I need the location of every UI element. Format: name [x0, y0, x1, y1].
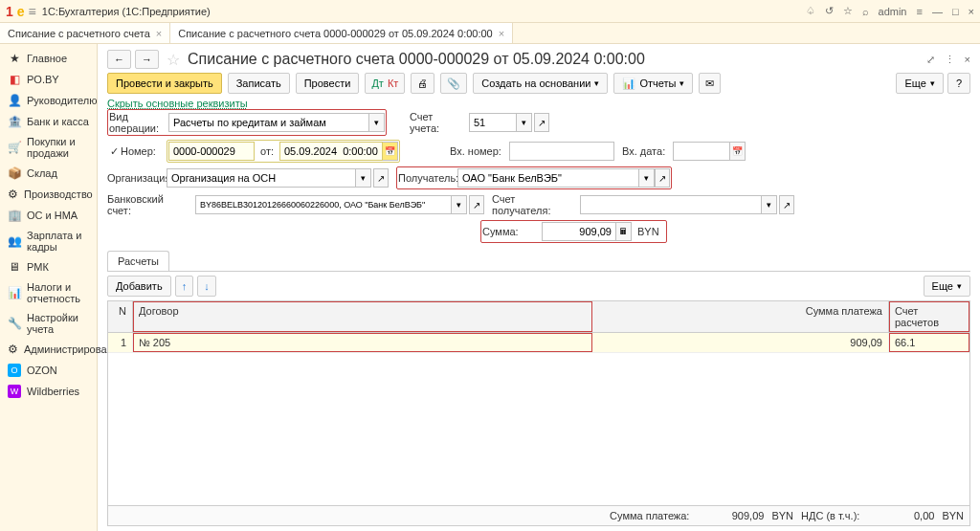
calendar-icon[interactable]: 📅	[383, 142, 398, 161]
account-open-icon[interactable]: ↗	[534, 113, 549, 132]
calc-icon[interactable]: 🖩	[616, 222, 632, 241]
sidebar-item-bank[interactable]: 🏦Банк и касса	[0, 111, 97, 132]
create-based-button[interactable]: Создать на основании ▾	[473, 73, 608, 94]
tab-label: Списание с расчетного счета	[8, 28, 150, 39]
history-icon[interactable]: ↺	[825, 5, 834, 17]
bank-open-icon[interactable]: ↗	[469, 195, 484, 214]
recipient-group: Получатель: ▾ ↗	[396, 166, 672, 189]
grid-more-button[interactable]: Еще ▾	[924, 276, 970, 297]
more-button[interactable]: Еще ▾	[896, 73, 943, 94]
nav-forward-button[interactable]: →	[135, 50, 159, 69]
number-input[interactable]	[168, 142, 255, 161]
sidebar-item-poby[interactable]: ◧PO.BY	[0, 69, 97, 90]
minimize-icon[interactable]: —	[932, 6, 943, 17]
help-button[interactable]: ?	[947, 73, 970, 94]
sidebar-item-warehouse[interactable]: 📦Склад	[0, 163, 97, 184]
cell-contract[interactable]: № 205	[133, 333, 592, 352]
op-type-group: Вид операции: ▾	[107, 109, 387, 136]
sidebar-item-tax[interactable]: 📊Налоги и отчетность	[0, 277, 97, 308]
print-icon[interactable]: 🖨	[411, 73, 434, 94]
user-label[interactable]: admin	[879, 6, 907, 17]
cart-icon: 🛒	[8, 141, 21, 154]
close-window-icon[interactable]: ×	[969, 6, 974, 17]
col-acc[interactable]: Счет расчетов	[889, 301, 969, 332]
rec-acc-dropdown-icon[interactable]: ▾	[762, 195, 777, 214]
bank-dropdown-icon[interactable]: ▾	[452, 195, 467, 214]
col-n[interactable]: N	[108, 301, 133, 332]
envelope-icon[interactable]: ✉	[699, 73, 721, 94]
submit-close-button[interactable]: Провести и закрыть	[107, 73, 222, 94]
close-page-icon[interactable]: ×	[965, 54, 970, 66]
org-input[interactable]	[167, 168, 356, 188]
maximize-icon[interactable]: □	[952, 6, 959, 17]
post-button[interactable]: Провести	[296, 73, 360, 94]
grid-toolbar: Добавить ↑ ↓ Еще ▾	[107, 272, 970, 300]
account-dropdown-icon[interactable]: ▾	[517, 113, 532, 132]
sidebar-item-ozon[interactable]: OOZON	[0, 360, 97, 381]
bell-icon[interactable]: ♤	[806, 5, 815, 17]
save-button[interactable]: Записать	[228, 73, 290, 94]
op-type-input[interactable]	[168, 113, 369, 132]
grid-row[interactable]: 1 № 205 909,09 66.1	[108, 333, 969, 353]
recipient-dropdown-icon[interactable]: ▾	[639, 168, 655, 188]
col-contract[interactable]: Договор	[133, 301, 592, 332]
ext-number-input[interactable]	[509, 142, 614, 161]
rec-acc-input[interactable]	[580, 195, 762, 214]
favorite-icon[interactable]: ☆	[843, 5, 853, 17]
sidebar-item-main[interactable]: ★Главное	[0, 48, 97, 69]
close-tab-icon[interactable]: ×	[499, 28, 504, 39]
number-label: Номер:	[121, 145, 167, 157]
close-tab-icon[interactable]: ×	[156, 28, 162, 39]
sidebar-item-sales[interactable]: 🛒Покупки и продажи	[0, 132, 97, 163]
move-down-icon[interactable]: ↓	[197, 276, 216, 297]
nav-back-button[interactable]: ←	[107, 50, 131, 69]
hide-main-link[interactable]: Скрыть основные реквизиты	[107, 98, 248, 109]
menu-icon[interactable]: ≡	[29, 4, 36, 19]
sidebar-item-rmk[interactable]: 🖥РМК	[0, 256, 97, 277]
tab-calc[interactable]: Расчеты	[107, 251, 169, 271]
ext-date-input[interactable]	[673, 142, 730, 161]
recipient-open-icon[interactable]: ↗	[655, 168, 670, 188]
attach-icon[interactable]: 📎	[440, 73, 467, 94]
org-dropdown-icon[interactable]: ▾	[356, 168, 371, 188]
add-row-button[interactable]: Добавить	[107, 276, 171, 297]
gear-icon: ⚙	[8, 188, 18, 201]
sidebar-item-settings[interactable]: 🔧Настройки учета	[0, 308, 97, 339]
sidebar-item-wb[interactable]: WWildberries	[0, 381, 97, 402]
move-up-icon[interactable]: ↑	[175, 276, 194, 297]
org-open-icon[interactable]: ↗	[373, 168, 389, 188]
cell-acc[interactable]: 66.1	[889, 333, 969, 352]
more-icon[interactable]: ⋮	[945, 54, 955, 66]
number-group: от: 📅	[167, 140, 400, 163]
ozon-icon: O	[8, 364, 21, 377]
sidebar-item-admin[interactable]: ⚙Администрирование	[0, 339, 97, 360]
op-type-dropdown-icon[interactable]: ▾	[369, 113, 385, 132]
favorite-star-icon[interactable]: ☆	[163, 51, 184, 69]
cell-sum[interactable]: 909,09	[592, 333, 889, 352]
sidebar-item-hr[interactable]: 👥Зарплата и кадры	[0, 226, 97, 256]
sum-input[interactable]	[542, 222, 616, 241]
account-input[interactable]	[469, 113, 517, 132]
sum-group: Сумма: 🖩 BYN	[480, 220, 667, 243]
settings-icon[interactable]: ≡	[916, 6, 922, 17]
link-icon[interactable]: ⤢	[926, 54, 935, 66]
date-input[interactable]	[279, 142, 383, 161]
rec-acc-open-icon[interactable]: ↗	[779, 195, 794, 214]
ext-calendar-icon[interactable]: 📅	[730, 142, 746, 161]
tab-writeoff-list[interactable]: Списание с расчетного счета ×	[0, 23, 170, 43]
app-logo-1c: 1e≡	[6, 4, 36, 19]
bank-acc-input[interactable]	[195, 195, 452, 214]
tab-writeoff-doc[interactable]: Списание с расчетного счета 0000-000029 …	[170, 23, 513, 43]
sidebar-item-manager[interactable]: 👤Руководителю	[0, 90, 97, 111]
sidebar-item-assets[interactable]: 🏢ОС и НМА	[0, 205, 97, 226]
sidebar-item-production[interactable]: ⚙Производство	[0, 184, 97, 205]
footer-sum: 909,09	[697, 510, 764, 521]
footer-vat: 0,00	[867, 510, 934, 521]
footer-cur: BYN	[771, 510, 793, 521]
col-sum[interactable]: Сумма платежа	[592, 301, 889, 332]
people-icon: 👥	[8, 234, 21, 248]
reports-button[interactable]: 📊 Отчеты ▾	[613, 73, 693, 94]
recipient-input[interactable]	[457, 168, 639, 188]
dtct-icon[interactable]: ДтКт	[365, 73, 405, 94]
search-icon[interactable]: ⌕	[862, 6, 869, 17]
